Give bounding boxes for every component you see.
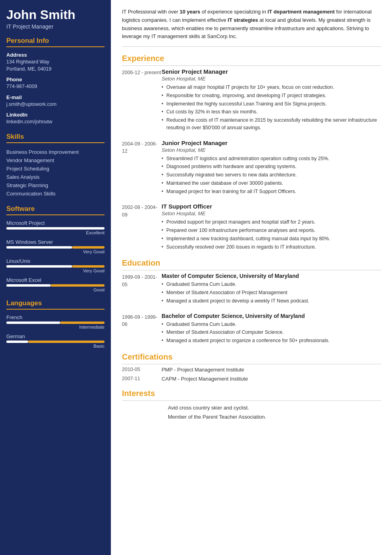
bullet-item: Prepared over 100 infrastructure perform… [162,227,381,234]
bullet-item: Cut costs by 32% in less than six months… [162,108,381,116]
bullets-list: Provided support for project managers an… [162,218,381,251]
email-label: E-mail [6,94,105,100]
language-item: French Intermediate [6,314,105,329]
interest-item: Avid cross country skier and cyclist. [162,403,381,412]
interest-item: Member of the Parent Teacher Association… [162,412,381,421]
edu-degree: Bachelor of Computer Science, University… [162,313,381,319]
phone-label: Phone [6,77,105,82]
bar-colored [72,246,105,249]
software-bar [6,246,105,249]
software-name: Microsoft Project [6,220,105,226]
skill-item: Project Scheduling [6,165,105,173]
main-content: IT Professional with over 10 years of ex… [111,0,392,555]
cert-name: CAPM - Project Management Institute [162,376,248,382]
skill-item: Communication Skills [6,189,105,198]
software-bar [6,284,105,287]
skills-list: Business Process ImprovementVendor Manag… [6,148,105,198]
phone-value: 774-987-4009 [6,83,105,90]
entry-content: IT Support Officer Seton Hospital, ME Pr… [162,203,381,251]
software-level: Very Good [6,268,105,273]
bullet-item: Successfully resolved over 200 issues in… [162,243,381,251]
language-name: French [6,314,105,320]
software-item: MS Windows Server Very Good [6,239,105,254]
bullet-item: Reduced the costs of IT maintenance in 2… [162,117,381,132]
summary-section: IT Professional with over 10 years of ex… [122,8,381,47]
entry-date: 1999-09 - 2001-05 [122,273,162,305]
linkedin-label: LinkedIn [6,112,105,118]
experience-section: Experience 2006-12 - present Senior Proj… [122,54,381,251]
bullet-item: Streamlined IT logistics and administrat… [162,155,381,163]
bullets-list: Oversaw all major hospital IT projects f… [162,84,381,132]
bullet-item: Graduated Summa Cum Laude. [162,321,381,328]
language-name: German [6,333,105,339]
bullet-item: Responsible for creating, improving, and… [162,92,381,100]
software-section: Software Microsoft Project Excellent MS … [6,205,105,292]
address-line1: 134 Rightward Way [6,59,105,66]
certifications-section: Certifications 2010-05 PMP - Project Man… [122,352,381,382]
cert-name: PMP - Project Management Institute [162,367,244,373]
skill-item: Vendor Management [6,156,105,165]
job-title: IT Support Officer [162,203,381,210]
bullets-list: Graduated Summa Cum Laude.Member of Stud… [162,321,381,344]
sidebar: John Smith IT Project Manager Personal I… [0,0,111,555]
bullet-item: Managed project for lean training for al… [162,188,381,195]
entry-content: Senior Project Manager Seton Hospital, M… [162,68,381,132]
skills-section: Skills Business Process ImprovementVendo… [6,133,105,198]
language-level: Intermediate [6,325,105,329]
software-bar [6,227,105,230]
address-line2: Portland, ME, 04019 [6,66,105,73]
interests-title: Interests [122,389,381,401]
software-name: Linux/Unix [6,258,105,264]
job-title: Junior Project Manager [162,140,381,146]
skill-item: Sales Analysis [6,173,105,181]
experience-entry: 2002-08 - 2004-09 IT Support Officer Set… [122,203,381,251]
education-title: Education [122,258,381,270]
software-name: MS Windows Server [6,239,105,245]
entry-date: 2002-08 - 2004-09 [122,203,162,251]
education-section: Education 1999-09 - 2001-05 Master of Co… [122,258,381,345]
bar-white [6,322,60,324]
skill-item: Business Process Improvement [6,148,105,156]
bullet-item: Successfully migrated two servers to new… [162,171,381,179]
personal-info-title: Personal Info [6,37,105,47]
bar-colored [51,284,105,287]
software-level: Excellent [6,230,105,235]
bar-colored [28,341,105,343]
entry-date: 1996-09 - 1999-06 [122,313,162,345]
bullet-item: Managed a student project to develop a w… [162,297,381,305]
education-entry: 1999-09 - 2001-05 Master of Computer Sci… [122,273,381,305]
experience-title: Experience [122,54,381,66]
software-title: Software [6,205,105,215]
experience-entry: 2004-09 - 2006-12 Junior Project Manager… [122,140,381,196]
languages-title: Languages [6,299,105,310]
sidebar-name: John Smith [6,8,105,22]
company: Seton Hospital, ME [162,147,381,153]
personal-info-section: Personal Info Address 134 Rightward Way … [6,37,105,126]
software-level: Very Good [6,249,105,254]
sidebar-title: IT Project Manager [6,23,105,30]
bullet-item: Provided support for project managers an… [162,218,381,226]
language-bar [6,322,105,324]
software-level: Good [6,287,105,292]
bar-white [6,265,72,268]
entry-content: Master of Computer Science, University o… [162,273,381,305]
bullets-list: Streamlined IT logistics and administrat… [162,155,381,195]
company: Seton Hospital, ME [162,76,381,82]
bullet-item: Oversaw all major hospital IT projects f… [162,84,381,91]
interests-section: Interests Avid cross country skier and c… [122,389,381,422]
bullet-item: Implemented a new tracking dashboard, cu… [162,235,381,243]
bullet-item: Member of Student Association of Project… [162,289,381,297]
software-item: Linux/Unix Very Good [6,258,105,273]
bar-white [6,227,105,230]
bar-colored [60,322,105,324]
software-name: Microsoft Excel [6,277,105,283]
bar-white [6,246,72,249]
entry-content: Junior Project Manager Seton Hospital, M… [162,140,381,196]
interests-content: Avid cross country skier and cyclist.Mem… [122,403,381,422]
skill-item: Strategic Planning [6,181,105,189]
bullet-item: Managed a student project to organize a … [162,337,381,344]
bullet-item: Implemented the highly successful Lean T… [162,100,381,108]
bullets-list: Graduated Summa Cum Laude.Member of Stud… [162,281,381,304]
bar-white [6,341,28,343]
languages-section: Languages French Intermediate German Bas… [6,299,105,348]
